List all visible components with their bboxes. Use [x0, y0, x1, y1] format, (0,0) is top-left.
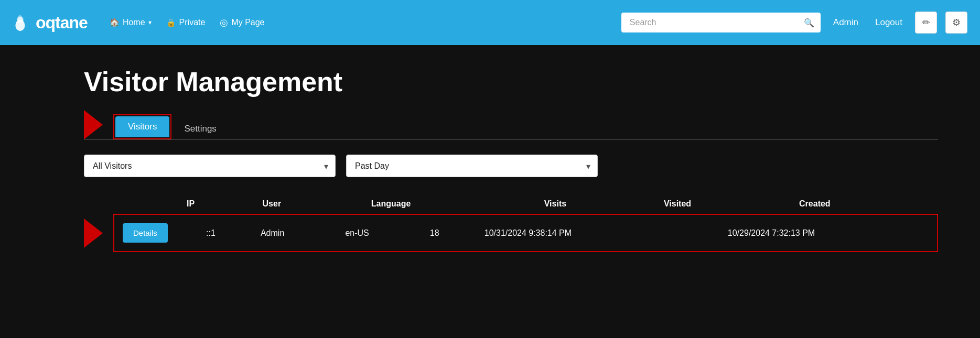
nav-link-home[interactable]: 🏠 Home ▾	[104, 15, 157, 30]
table-row: Details ::1 Admin en-US 18 10/31/2024 9:…	[114, 214, 938, 252]
nav-link-private[interactable]: 🔒 Private	[161, 15, 211, 30]
nav-right: 🔍 Admin Logout ✏ ⚙	[621, 12, 967, 34]
col-language: Language	[363, 194, 536, 214]
tab-settings[interactable]: Settings	[171, 118, 229, 139]
edit-button[interactable]: ✏	[915, 12, 937, 34]
search-wrapper: 🔍	[621, 13, 821, 32]
brand-name: oqtane	[36, 13, 88, 32]
visitors-tab-outline: Visitors	[113, 114, 171, 139]
settings-button[interactable]: ⚙	[945, 12, 967, 34]
col-created: Created	[791, 194, 938, 214]
search-icon: 🔍	[804, 18, 814, 27]
lock-icon: 🔒	[166, 18, 176, 27]
tabs-remaining: Settings	[171, 118, 938, 139]
details-button[interactable]: Details	[123, 223, 168, 243]
table-header: IP User Language Visits Visited Created	[84, 194, 938, 214]
home-dropdown-icon: ▾	[148, 19, 152, 26]
nav-links: 🏠 Home ▾ 🔒 Private ◎ My Page	[104, 14, 621, 31]
search-input[interactable]	[621, 13, 821, 32]
search-button[interactable]: 🔍	[804, 18, 814, 28]
cell-visited: 10/31/2024 9:38:14 PM	[476, 214, 719, 252]
cell-created: 10/29/2024 7:32:13 PM	[719, 214, 938, 252]
col-visits: Visits	[536, 194, 655, 214]
arrow-icon-row	[84, 219, 103, 248]
table-header-row: IP User Language Visits Visited Created	[84, 194, 938, 214]
col-user: User	[254, 194, 363, 214]
tabs-section: Visitors Settings	[84, 110, 938, 139]
gear-icon: ⚙	[952, 17, 961, 28]
mypage-icon: ◎	[220, 17, 228, 28]
cell-action: Details	[114, 214, 198, 252]
nav-link-private-label: Private	[179, 18, 206, 27]
visitor-filter-wrapper: All Visitors Authenticated Anonymous	[84, 155, 336, 177]
arrow-visitors	[84, 110, 109, 139]
col-action	[84, 194, 178, 214]
admin-button[interactable]: Admin	[829, 15, 863, 30]
cell-user: Admin	[252, 214, 337, 252]
nav-link-mypage-label: My Page	[231, 18, 264, 27]
cell-ip: ::1	[198, 214, 252, 252]
date-filter-select[interactable]: Past Day Past Week Past Month All Time	[346, 155, 598, 177]
tab-visitors[interactable]: Visitors	[115, 116, 169, 137]
home-icon: 🏠	[110, 18, 120, 27]
brand-logo-link[interactable]: oqtane	[13, 13, 88, 32]
brand-logo-icon	[13, 13, 31, 32]
visitor-filter-select[interactable]: All Visitors Authenticated Anonymous	[84, 155, 336, 177]
visitors-table: IP User Language Visits Visited Created	[84, 194, 938, 214]
table-row-container: Details ::1 Admin en-US 18 10/31/2024 9:…	[84, 214, 938, 252]
arrow-icon-visitors	[84, 110, 103, 139]
col-ip: IP	[178, 194, 254, 214]
table-body: Details ::1 Admin en-US 18 10/31/2024 9:…	[114, 214, 938, 252]
filters-row: All Visitors Authenticated Anonymous Pas…	[84, 155, 938, 177]
edit-icon: ✏	[922, 17, 930, 28]
nav-link-mypage[interactable]: ◎ My Page	[214, 14, 270, 31]
table-section: IP User Language Visits Visited Created …	[84, 194, 938, 252]
arrow-row-data	[84, 214, 109, 252]
nav-link-home-label: Home	[123, 18, 145, 27]
navbar: oqtane 🏠 Home ▾ 🔒 Private ◎ My Page 🔍 Ad…	[0, 0, 980, 45]
cell-visits: 18	[422, 214, 476, 252]
col-visited: Visited	[655, 194, 791, 214]
visitors-table-body: Details ::1 Admin en-US 18 10/31/2024 9:…	[113, 214, 938, 252]
page-title: Visitor Management	[84, 66, 938, 97]
cell-language: en-US	[337, 214, 421, 252]
date-filter-wrapper: Past Day Past Week Past Month All Time	[346, 155, 598, 177]
logout-button[interactable]: Logout	[871, 15, 907, 30]
main-content: Visitor Management Visitors Settings All…	[0, 45, 980, 338]
